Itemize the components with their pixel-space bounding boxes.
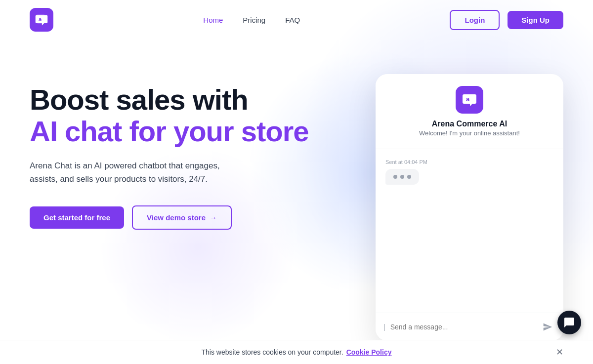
hero-subtitle: Arena Chat is an AI powered chatbot that…	[30, 159, 247, 186]
chat-support-button[interactable]	[557, 311, 581, 334]
chat-logo: a	[456, 86, 483, 114]
cookie-policy-link[interactable]: Cookie Policy	[346, 348, 392, 356]
login-button[interactable]: Login	[450, 10, 500, 30]
cookie-close-button[interactable]: ✕	[556, 347, 563, 358]
hero-title-black: Boost sales with	[30, 84, 346, 116]
logo[interactable]: a	[30, 8, 53, 32]
nav-pricing[interactable]: Pricing	[243, 16, 265, 24]
dot-2	[400, 175, 404, 179]
dot-1	[393, 175, 397, 179]
svg-text:a: a	[39, 16, 42, 22]
chat-widget: a Arena Commerce AI Welcome! I'm your on…	[376, 74, 563, 341]
navbar: a Home Pricing FAQ Login Sign Up	[0, 0, 593, 40]
nav-faq[interactable]: FAQ	[285, 16, 300, 24]
chat-timestamp: Sent at 04:04 PM	[385, 159, 553, 165]
chat-send-button[interactable]	[540, 319, 555, 335]
send-icon	[543, 322, 552, 332]
arrow-icon: →	[210, 213, 217, 222]
svg-text:a: a	[466, 95, 470, 103]
chat-header: a Arena Commerce AI Welcome! I'm your on…	[376, 74, 563, 149]
chat-input[interactable]	[390, 323, 536, 331]
hero-left: Boost sales with AI chat for your store …	[30, 69, 346, 230]
chat-bubble	[385, 169, 419, 185]
hero-buttons: Get started for free View demo store →	[30, 205, 346, 230]
cookie-banner: This website stores cookies on your comp…	[0, 340, 593, 364]
dot-3	[407, 175, 411, 179]
nav-actions: Login Sign Up	[450, 10, 563, 30]
hero-right: a Arena Commerce AI Welcome! I'm your on…	[376, 74, 563, 341]
signup-button[interactable]: Sign Up	[508, 11, 563, 29]
chat-bot-name: Arena Commerce AI	[432, 120, 507, 128]
hero-title-purple: AI chat for your store	[30, 116, 346, 147]
chat-support-icon	[563, 317, 575, 328]
logo-icon: a	[30, 8, 53, 32]
view-demo-button[interactable]: View demo store →	[132, 205, 232, 230]
nav-links: Home Pricing FAQ	[203, 16, 300, 24]
get-started-button[interactable]: Get started for free	[30, 206, 124, 229]
main-content: Boost sales with AI chat for your store …	[0, 40, 593, 341]
chat-bot-subtitle: Welcome! I'm your online assistant!	[419, 129, 520, 137]
input-divider: |	[383, 323, 385, 331]
chat-body: Sent at 04:04 PM	[376, 149, 563, 313]
nav-home[interactable]: Home	[203, 16, 223, 24]
chat-footer: |	[376, 313, 563, 341]
cookie-text: This website stores cookies on your comp…	[202, 348, 343, 356]
